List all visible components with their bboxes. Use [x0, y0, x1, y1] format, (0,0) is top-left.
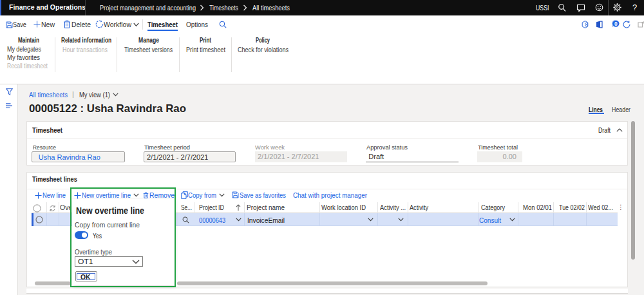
svg-text:0: 0 [614, 21, 618, 27]
